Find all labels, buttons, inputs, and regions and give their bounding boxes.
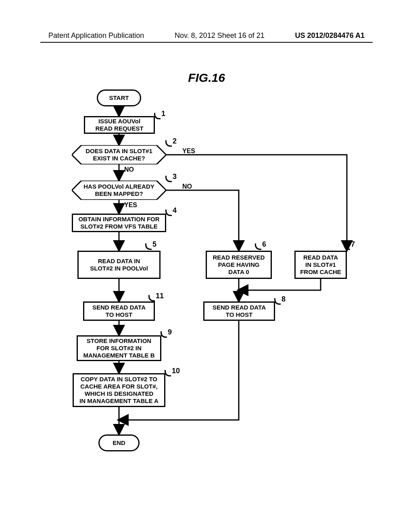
num-7: 7	[351, 240, 355, 249]
node-read-reserved-page: READ RESERVED PAGE HAVING DATA 0	[206, 251, 272, 279]
node-issue-read-request: ISSUE AOUVol READ REQUEST	[84, 116, 155, 134]
label-no-3: NO	[182, 183, 192, 190]
num-11: 11	[156, 292, 164, 300]
header-left: Patent Application Publication	[48, 31, 144, 40]
num-6: 6	[262, 240, 266, 249]
page-header: Patent Application Publication Nov. 8, 2…	[0, 31, 413, 40]
node-6-text: READ RESERVED PAGE HAVING DATA 0	[213, 254, 265, 276]
node-decision-poolvol-mapped: HAS POOLVol ALREADY BEEN MAPPED?	[72, 181, 166, 200]
flowchart: START ISSUE AOUVol READ REQUEST 1 DOES D…	[65, 89, 363, 476]
label-yes-2: YES	[182, 148, 195, 155]
node-8-text: SEND READ DATA TO HOST	[213, 304, 266, 318]
node-end-label: END	[113, 439, 125, 447]
num-2: 2	[173, 137, 177, 145]
label-no-2: NO	[124, 166, 134, 173]
header-right: US 2012/0284476 A1	[295, 31, 365, 40]
num-5: 5	[152, 240, 156, 249]
num-3: 3	[173, 172, 177, 181]
node-7-text: READ DATA IN SLOT#1 FROM CACHE	[300, 254, 341, 276]
num-8: 8	[282, 295, 286, 303]
node-2-text: DOES DATA IN SLOT#1 EXIST IN CACHE?	[86, 148, 152, 162]
node-9-text: STORE INFORMATION FOR SLOT#2 IN MANAGEME…	[83, 337, 154, 359]
num-4: 4	[173, 206, 177, 215]
node-store-mgmt-b: STORE INFORMATION FOR SLOT#2 IN MANAGEME…	[77, 335, 161, 361]
node-5-text: READ DATA IN SLOT#2 IN POOLVol	[90, 258, 148, 272]
node-end: END	[98, 434, 140, 451]
node-copy-slot2-cache: COPY DATA IN SLOT#2 TO CACHE AREA FOR SL…	[73, 373, 165, 407]
node-read-slot2-poolvol: READ DATA IN SLOT#2 IN POOLVol	[77, 251, 161, 279]
node-start-label: START	[109, 94, 129, 102]
num-10: 10	[172, 367, 180, 375]
num-1: 1	[161, 110, 165, 118]
label-yes-3: YES	[124, 202, 137, 209]
node-4-text: OBTAIN INFORMATION FOR SLOT#2 FROM VFS T…	[78, 216, 159, 230]
header-mid: Nov. 8, 2012 Sheet 16 of 21	[175, 31, 265, 40]
node-decision-cache: DOES DATA IN SLOT#1 EXIST IN CACHE?	[72, 145, 166, 164]
node-11-text: SEND READ DATA TO HOST	[92, 304, 146, 318]
header-rule	[40, 42, 373, 43]
num-9: 9	[168, 328, 172, 337]
node-send-read-data-right: SEND READ DATA TO HOST	[203, 301, 275, 321]
node-1-text: ISSUE AOUVol READ REQUEST	[95, 118, 143, 132]
node-3-text: HAS POOLVol ALREADY BEEN MAPPED?	[83, 183, 154, 197]
node-start: START	[97, 89, 141, 106]
node-10-text: COPY DATA IN SLOT#2 TO CACHE AREA FOR SL…	[79, 376, 159, 405]
node-send-read-data-left: SEND READ DATA TO HOST	[83, 301, 155, 321]
node-obtain-vfs: OBTAIN INFORMATION FOR SLOT#2 FROM VFS T…	[72, 214, 166, 232]
node-read-slot1-cache: READ DATA IN SLOT#1 FROM CACHE	[294, 251, 347, 279]
figure-title: FIG.16	[0, 71, 413, 85]
